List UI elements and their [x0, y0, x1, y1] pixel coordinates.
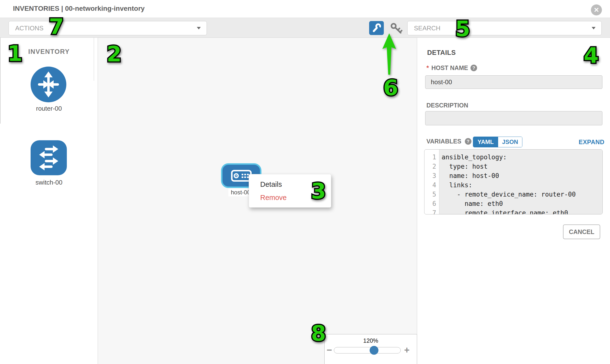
host-name-input[interactable] [425, 75, 602, 89]
variables-label: VARIABLES [427, 138, 461, 145]
line-number: 7 [425, 209, 439, 214]
cancel-button-label: CANCEL [569, 228, 594, 235]
line-number: 6 [425, 200, 439, 207]
editor-line: 1ansible_topology: [425, 153, 602, 162]
annotation-number-7: 7 [49, 14, 64, 39]
line-number: 1 [425, 154, 439, 161]
annotation-number-1: 1 [7, 41, 22, 66]
switch-icon [30, 140, 67, 176]
help-icon[interactable]: ? [470, 65, 477, 71]
chevron-down-icon [592, 27, 596, 29]
actions-dropdown-label: ACTIONS [15, 25, 44, 32]
yaml-toggle-button[interactable]: YAML [473, 137, 498, 147]
chevron-down-icon [197, 27, 201, 29]
router-icon [30, 66, 67, 103]
zoom-out-button[interactable]: − [326, 344, 332, 356]
editor-line: 5 - remote_device_name: router-00 [425, 190, 602, 199]
line-number: 2 [425, 163, 439, 170]
sidebar-item-router-label: router-00 [0, 105, 98, 112]
required-marker: * [427, 64, 429, 72]
close-icon: ✕ [594, 6, 599, 14]
line-code: type: host [439, 163, 488, 170]
editor-line: 3 name: host-00 [425, 171, 602, 181]
line-number: 4 [425, 182, 439, 189]
editor-line: 4 links: [425, 181, 602, 190]
line-code: name: host-00 [439, 172, 499, 180]
editor-rows: 1ansible_topology: 2 type: host 3 name: … [425, 153, 602, 214]
line-code: remote_interface_name: eth0 [439, 209, 568, 214]
variables-label-row: VARIABLES ? [427, 138, 471, 145]
zoom-in-button[interactable]: + [404, 344, 410, 356]
editor-line: 6 name: eth0 [425, 199, 602, 208]
cancel-button[interactable]: CANCEL [563, 224, 600, 239]
close-button[interactable]: ✕ [591, 4, 602, 15]
line-number: 3 [425, 172, 439, 180]
annotation-number-6: 6 [383, 75, 398, 100]
inventory-topology-screen: INVENTORIES | 00-networking-inventory ✕ … [0, 0, 610, 364]
actions-dropdown[interactable]: ACTIONS [9, 21, 207, 35]
zoom-slider-thumb[interactable] [370, 346, 378, 355]
host-name-label: HOST NAME [431, 64, 468, 71]
search-dropdown[interactable]: SEARCH [407, 21, 602, 35]
line-number: 5 [425, 191, 439, 198]
search-dropdown-label: SEARCH [414, 25, 440, 32]
annotation-arrow-icon [379, 32, 399, 78]
minus-icon: − [326, 345, 332, 355]
json-toggle-button[interactable]: JSON [498, 137, 522, 147]
sidebar-item-switch[interactable] [30, 140, 67, 176]
host-name-label-row: * HOST NAME ? [427, 64, 477, 72]
line-code: ansible_topology: [439, 154, 507, 161]
expand-link[interactable]: EXPAND [579, 139, 604, 146]
sidebar-item-router[interactable] [30, 66, 67, 103]
details-panel-title: DETAILS [427, 49, 456, 57]
annotation-number-4: 4 [584, 43, 598, 68]
zoom-slider-track[interactable] [334, 347, 401, 353]
annotation-number-2: 2 [106, 41, 121, 66]
zoom-level-value: 120% [324, 337, 417, 344]
description-label: DESCRIPTION [427, 102, 468, 109]
editor-line: 7 remote_interface_name: eth0 [425, 208, 602, 214]
variables-format-toggle: YAML JSON [473, 137, 522, 147]
help-icon[interactable]: ? [465, 138, 471, 145]
line-code: links: [439, 182, 472, 189]
line-code: - remote_device_name: router-00 [439, 191, 576, 198]
line-code: name: eth0 [439, 200, 503, 207]
sidebar-item-switch-label: switch-00 [0, 179, 98, 186]
plus-icon: + [404, 345, 410, 355]
annotation-number-5: 5 [455, 16, 470, 41]
annotation-number-3: 3 [311, 179, 326, 204]
variables-code-editor[interactable]: 1ansible_topology: 2 type: host 3 name: … [424, 149, 603, 214]
editor-line: 2 type: host [425, 162, 602, 171]
canvas-edge-line [94, 38, 94, 81]
description-input[interactable] [425, 111, 602, 125]
zoom-control: 120% − + [324, 334, 417, 364]
annotation-number-8: 8 [311, 321, 326, 346]
page-title: INVENTORIES | 00-networking-inventory [13, 0, 145, 17]
